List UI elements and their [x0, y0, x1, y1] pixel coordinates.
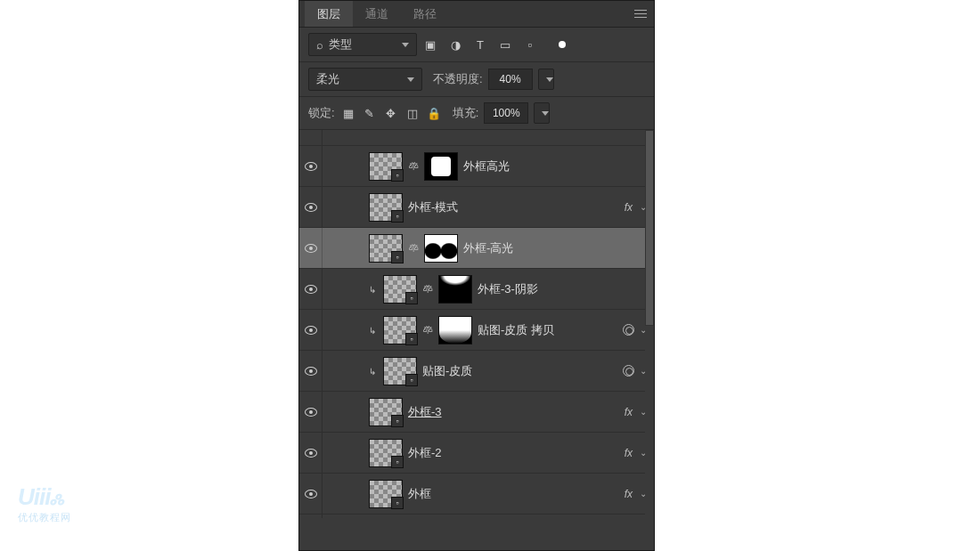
watermark: Uiiiஃ 优优教程网	[18, 483, 71, 524]
layer-thumbnail[interactable]: ▫	[383, 357, 417, 385]
layer-thumbnail[interactable]: ▫	[369, 398, 403, 426]
layers-panel: 图层 通道 路径 ⌕ 类型 ▣ ◑ T ▭ ▫ 柔光 不透明度: 40%	[298, 0, 655, 551]
smart-object-badge-icon: ▫	[391, 497, 404, 509]
visibility-toggle[interactable]	[299, 187, 323, 227]
filter-shape-icon[interactable]: ▭	[497, 36, 513, 53]
layer-name[interactable]: 外框-高光	[463, 240, 650, 256]
layer-row[interactable]: ▫外框-模式fx⌄	[299, 187, 654, 228]
layer-name[interactable]: 外框-3-阴影	[478, 281, 650, 297]
panel-menu-icon[interactable]	[633, 10, 649, 18]
visibility-toggle[interactable]	[299, 433, 323, 473]
layer-name[interactable]: 贴图-皮质	[422, 363, 617, 379]
visibility-toggle[interactable]	[299, 146, 323, 186]
eye-icon	[305, 408, 317, 417]
blend-mode-value: 柔光	[316, 71, 339, 87]
fx-badge[interactable]: fx	[625, 488, 633, 500]
opacity-value[interactable]: 40%	[488, 69, 533, 90]
visibility-toggle[interactable]	[299, 392, 323, 432]
layer-row[interactable]: ↳▫贴图-皮质⌄	[299, 351, 654, 392]
layer-thumbnail[interactable]: ▫	[369, 234, 403, 263]
tab-paths[interactable]: 路径	[401, 1, 449, 27]
lock-move-icon[interactable]: ✥	[383, 105, 399, 121]
filter-toggle-icon[interactable]	[554, 36, 570, 53]
layer-row-partial-bottom[interactable]	[299, 515, 654, 518]
layer-mask-thumbnail[interactable]	[438, 275, 472, 304]
filter-row: ⌕ 类型 ▣ ◑ T ▭ ▫	[299, 28, 654, 62]
filter-smart-icon[interactable]: ▫	[522, 36, 538, 53]
filter-adjust-icon[interactable]: ◑	[447, 36, 463, 53]
visibility-toggle[interactable]	[299, 130, 323, 145]
smart-filter-icon[interactable]	[623, 324, 634, 336]
link-icon[interactable]: 𐄷	[422, 324, 433, 336]
clip-arrow-icon: ↳	[369, 285, 376, 295]
lock-all-icon[interactable]: 🔒	[426, 105, 442, 121]
filter-image-icon[interactable]: ▣	[422, 36, 438, 53]
fill-value[interactable]: 100%	[484, 102, 528, 124]
scrollbar-thumb[interactable]	[645, 130, 654, 326]
layer-row[interactable]: ▫𐄷外框高光	[299, 146, 654, 187]
opacity-caret[interactable]	[538, 69, 554, 90]
lock-pixels-icon[interactable]: ▦	[340, 105, 356, 121]
layer-name[interactable]: 外框高光	[463, 158, 650, 174]
visibility-toggle[interactable]	[299, 351, 323, 391]
clip-arrow-icon: ↳	[369, 367, 376, 377]
layer-name[interactable]: 外框-3	[408, 404, 619, 420]
layer-name[interactable]: 外框	[408, 486, 619, 502]
lock-crop-icon[interactable]: ◫	[404, 105, 421, 121]
smart-filter-icon[interactable]	[623, 365, 634, 377]
smart-object-badge-icon: ▫	[391, 210, 404, 223]
smart-object-badge-icon: ▫	[391, 456, 404, 468]
fx-badge[interactable]: fx	[625, 201, 633, 214]
tab-layers[interactable]: 图层	[305, 1, 353, 27]
layer-name[interactable]: 外框-模式	[408, 199, 619, 215]
smart-object-badge-icon: ▫	[391, 415, 404, 427]
link-icon[interactable]: 𐄷	[408, 160, 419, 173]
visibility-toggle[interactable]	[299, 228, 323, 268]
smart-object-badge-icon: ▫	[391, 169, 404, 182]
fx-badge[interactable]: fx	[625, 447, 633, 459]
tab-channels[interactable]: 通道	[353, 1, 401, 27]
visibility-toggle[interactable]	[299, 515, 323, 518]
layer-row[interactable]: ▫𐄷外框-高光	[299, 228, 654, 269]
layer-row[interactable]: ▫外框fx⌄	[299, 474, 654, 515]
layers-list: ▫𐄷外框高光▫外框-模式fx⌄▫𐄷外框-高光↳▫𐄷外框-3-阴影↳▫𐄷贴图-皮质…	[299, 130, 654, 518]
layer-thumbnail[interactable]: ▫	[369, 193, 403, 222]
layer-name[interactable]: 外框-2	[408, 445, 619, 461]
layer-row[interactable]: ▫外框-2fx⌄	[299, 433, 654, 474]
clip-arrow-icon: ↳	[369, 326, 376, 336]
layer-mask-thumbnail[interactable]	[438, 316, 472, 344]
eye-icon	[305, 449, 317, 458]
layer-mask-thumbnail[interactable]	[424, 152, 458, 181]
filter-type-icon[interactable]: T	[472, 36, 488, 53]
layer-thumbnail[interactable]: ▫	[383, 316, 417, 344]
blend-mode-dropdown[interactable]: 柔光	[308, 68, 422, 91]
layer-name[interactable]: 贴图-皮质 拷贝	[478, 322, 617, 338]
link-icon[interactable]: 𐄷	[408, 242, 419, 255]
layer-thumbnail[interactable]: ▫	[369, 152, 403, 181]
layer-row[interactable]: ▫外框-3fx⌄	[299, 392, 654, 433]
fill-label: 填充:	[453, 105, 479, 121]
visibility-toggle[interactable]	[299, 474, 323, 514]
layer-thumbnail[interactable]: ▫	[369, 439, 403, 467]
visibility-toggle[interactable]	[299, 269, 323, 309]
layer-mask-thumbnail[interactable]	[424, 234, 458, 263]
eye-icon	[305, 367, 317, 376]
link-icon[interactable]: 𐄷	[422, 283, 433, 296]
visibility-toggle[interactable]	[299, 310, 323, 350]
fill-caret[interactable]	[534, 102, 550, 124]
filter-type-label: 类型	[329, 36, 352, 53]
layer-row[interactable]: ↳▫𐄷外框-3-阴影	[299, 269, 654, 310]
filter-type-dropdown[interactable]: ⌕ 类型	[308, 33, 417, 56]
panel-tabs: 图层 通道 路径	[299, 1, 654, 28]
lock-row: 锁定: ▦ ✎ ✥ ◫ 🔒 填充: 100%	[299, 97, 654, 130]
filter-icons: ▣ ◑ T ▭ ▫	[422, 36, 645, 53]
fx-badge[interactable]: fx	[625, 406, 633, 418]
layer-row-partial-top[interactable]	[299, 130, 654, 146]
layers-scrollbar[interactable]	[645, 130, 654, 518]
layer-thumbnail[interactable]: ▫	[383, 275, 417, 304]
layer-thumbnail[interactable]: ▫	[369, 480, 403, 508]
lock-brush-icon[interactable]: ✎	[362, 105, 378, 121]
layer-row[interactable]: ↳▫𐄷贴图-皮质 拷贝⌄	[299, 310, 654, 351]
opacity-label: 不透明度:	[433, 71, 483, 87]
smart-object-badge-icon: ▫	[405, 333, 418, 345]
